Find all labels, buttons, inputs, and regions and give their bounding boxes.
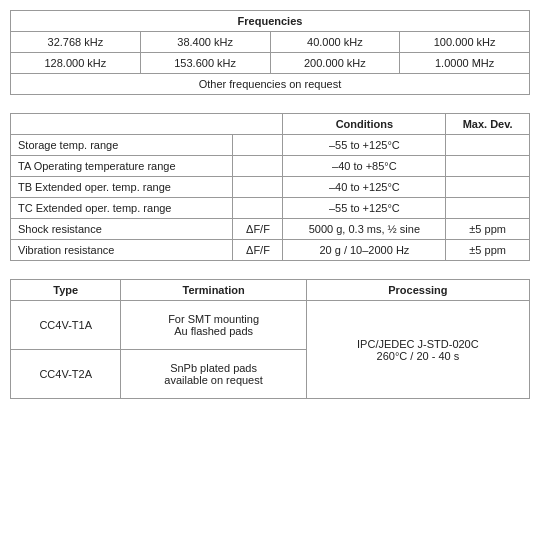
freq-cell: 32.768 kHz: [11, 32, 141, 53]
frequencies-footer: Other frequencies on request: [11, 74, 530, 95]
condition-label: TA Operating temperature range: [11, 156, 233, 177]
conditions-table: Conditions Max. Dev. Storage temp. range…: [10, 113, 530, 261]
condition-delta: ΔF/F: [233, 219, 283, 240]
conditions-col-header: Conditions: [283, 114, 446, 135]
conditions-delta-header: [233, 114, 283, 135]
condition-maxdev: ±5 ppm: [446, 240, 530, 261]
freq-cell: 100.000 kHz: [400, 32, 530, 53]
freq-cell: 153.600 kHz: [140, 53, 270, 74]
condition-value: 5000 g, 0.3 ms, ½ sine: [283, 219, 446, 240]
condition-maxdev: [446, 135, 530, 156]
frequencies-section: Frequencies 32.768 kHz38.400 kHz40.000 k…: [10, 10, 530, 95]
maxdev-col-header: Max. Dev.: [446, 114, 530, 135]
freq-cell: 128.000 kHz: [11, 53, 141, 74]
frequencies-title: Frequencies: [11, 11, 530, 32]
condition-label: TC Extended oper. temp. range: [11, 198, 233, 219]
condition-delta: ΔF/F: [233, 240, 283, 261]
processing-col-header: Processing: [306, 280, 529, 301]
condition-value: 20 g / 10–2000 Hz: [283, 240, 446, 261]
condition-value: –55 to +125°C: [283, 135, 446, 156]
condition-label: Storage temp. range: [11, 135, 233, 156]
conditions-empty-header: [11, 114, 233, 135]
type-table: Type Termination Processing CC4V-T1AFor …: [10, 279, 530, 399]
processing-value: IPC/JEDEC J-STD-020C260°C / 20 - 40 s: [306, 301, 529, 399]
condition-label: TB Extended oper. temp. range: [11, 177, 233, 198]
condition-maxdev: [446, 198, 530, 219]
freq-cell: 200.000 kHz: [270, 53, 400, 74]
condition-label: Vibration resistance: [11, 240, 233, 261]
condition-delta: [233, 177, 283, 198]
type-value: CC4V-T2A: [11, 350, 121, 399]
condition-value: –40 to +125°C: [283, 177, 446, 198]
condition-maxdev: ±5 ppm: [446, 219, 530, 240]
termination-value: SnPb plated padsavailable on request: [121, 350, 306, 399]
condition-delta: [233, 198, 283, 219]
condition-label: Shock resistance: [11, 219, 233, 240]
condition-value: –55 to +125°C: [283, 198, 446, 219]
condition-delta: [233, 156, 283, 177]
freq-cell: 40.000 kHz: [270, 32, 400, 53]
condition-value: –40 to +85°C: [283, 156, 446, 177]
termination-col-header: Termination: [121, 280, 306, 301]
freq-cell: 1.0000 MHz: [400, 53, 530, 74]
type-section: Type Termination Processing CC4V-T1AFor …: [10, 279, 530, 399]
type-value: CC4V-T1A: [11, 301, 121, 350]
type-col-header: Type: [11, 280, 121, 301]
termination-value: For SMT mountingAu flashed pads: [121, 301, 306, 350]
condition-maxdev: [446, 156, 530, 177]
condition-maxdev: [446, 177, 530, 198]
condition-delta: [233, 135, 283, 156]
freq-cell: 38.400 kHz: [140, 32, 270, 53]
frequencies-table: Frequencies 32.768 kHz38.400 kHz40.000 k…: [10, 10, 530, 95]
conditions-section: Conditions Max. Dev. Storage temp. range…: [10, 113, 530, 261]
